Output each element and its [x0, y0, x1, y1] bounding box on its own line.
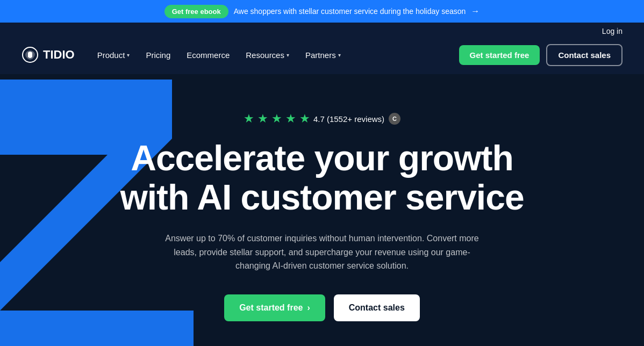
star-1: ★	[244, 112, 254, 126]
login-area: Log in	[0, 23, 644, 35]
hero-contact-sales-button[interactable]: Contact sales	[334, 294, 420, 321]
hero-get-started-label: Get started free	[239, 303, 303, 313]
capterra-icon: C	[389, 113, 400, 125]
login-link[interactable]: Log in	[602, 25, 622, 35]
logo-text: TIDIO	[43, 48, 75, 62]
arrow-right-icon: ›	[307, 303, 310, 313]
hero-get-started-button[interactable]: Get started free ›	[224, 294, 325, 321]
header-left: TIDIO Product ▾ Pricing Ecommerce Resour…	[22, 46, 347, 64]
nav-partners-label: Partners	[305, 51, 336, 60]
hero-title: Accelerate your growth with AI customer …	[120, 139, 524, 217]
nav-product-label: Product	[97, 51, 125, 60]
hero-subtitle: Answer up to 70% of customer inquiries w…	[161, 232, 483, 273]
tidio-logo-icon	[22, 46, 39, 63]
nav-item-partners[interactable]: Partners ▾	[299, 46, 347, 64]
star-3: ★	[271, 112, 282, 126]
contact-sales-nav-button[interactable]: Contact sales	[546, 44, 622, 66]
rating-row: ★ ★ ★ ★ ★ 4.7 (1552+ reviews) C	[120, 112, 524, 126]
nav-ecommerce-label: Ecommerce	[187, 51, 230, 60]
nav-pricing-label: Pricing	[146, 51, 170, 60]
hero-section: ★ ★ ★ ★ ★ 4.7 (1552+ reviews) C Accelera…	[0, 74, 644, 346]
get-started-nav-button[interactable]: Get started free	[459, 45, 540, 65]
star-4: ★	[285, 112, 296, 126]
banner-text: Awe shoppers with stellar customer servi…	[234, 7, 466, 16]
nav-item-resources[interactable]: Resources ▾	[239, 46, 296, 64]
ebook-button[interactable]: Get free ebook	[164, 5, 228, 18]
nav-resources-label: Resources	[246, 51, 284, 60]
logo[interactable]: TIDIO	[22, 46, 75, 63]
nav-item-ecommerce[interactable]: Ecommerce	[180, 46, 236, 64]
chevron-down-icon: ▾	[127, 52, 130, 58]
main-header: TIDIO Product ▾ Pricing Ecommerce Resour…	[0, 35, 644, 74]
hero-content: ★ ★ ★ ★ ★ 4.7 (1552+ reviews) C Accelera…	[120, 112, 524, 321]
star-5: ★	[299, 112, 310, 126]
header-right: Get started free Contact sales	[459, 44, 622, 66]
banner-arrow: →	[471, 6, 480, 16]
main-nav: Product ▾ Pricing Ecommerce Resources ▾ …	[91, 46, 347, 64]
chevron-down-icon-2: ▾	[287, 52, 289, 58]
hero-buttons: Get started free › Contact sales	[120, 294, 524, 321]
rating-text: 4.7 (1552+ reviews)	[313, 114, 384, 124]
top-banner: Get free ebook Awe shoppers with stellar…	[0, 0, 644, 23]
star-2: ★	[257, 112, 268, 126]
nav-item-pricing[interactable]: Pricing	[139, 46, 177, 64]
nav-item-product[interactable]: Product ▾	[91, 46, 137, 64]
hero-title-line1: Accelerate your growth	[131, 138, 513, 178]
hero-title-line2: with AI customer service	[120, 177, 524, 217]
chevron-down-icon-3: ▾	[338, 52, 341, 58]
